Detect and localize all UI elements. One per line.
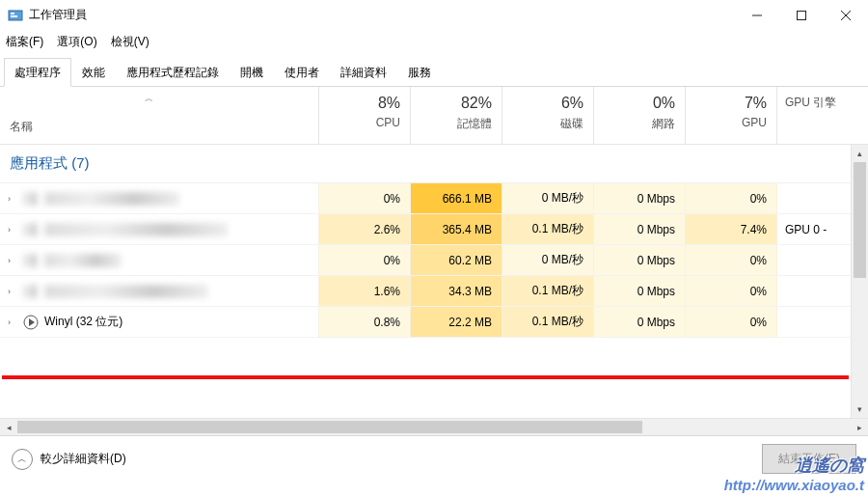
cell-gpu: 0% <box>685 276 776 306</box>
table-row[interactable]: ›2.6%365.4 MB0.1 MB/秒0 Mbps7.4%GPU 0 - <box>0 214 851 245</box>
menu-view[interactable]: 檢視(V) <box>111 34 149 50</box>
tab-1[interactable]: 效能 <box>71 58 116 87</box>
minimize-button[interactable] <box>735 0 779 31</box>
cell-mem: 34.3 MB <box>410 276 502 306</box>
group-apps: 應用程式 (7) <box>0 145 851 183</box>
cell-gpu-engine <box>776 245 851 275</box>
cell-disk: 0.1 MB/秒 <box>502 276 593 306</box>
highlight-underline <box>2 375 849 379</box>
expand-chevron-icon[interactable]: › <box>8 225 17 235</box>
expand-chevron-icon[interactable]: › <box>8 256 17 265</box>
tab-6[interactable]: 服務 <box>397 58 442 87</box>
cell-gpu-engine <box>776 183 851 213</box>
scroll-up-icon[interactable]: ▴ <box>852 145 868 162</box>
cell-disk: 0.1 MB/秒 <box>502 307 593 337</box>
scroll-thumb[interactable] <box>854 162 866 278</box>
svg-rect-1 <box>11 13 14 14</box>
window-controls <box>735 0 868 31</box>
cell-mem: 666.1 MB <box>410 183 502 213</box>
table-row[interactable]: ›Winyl (32 位元)0.8%22.2 MB0.1 MB/秒0 Mbps0… <box>0 307 851 338</box>
scroll-down-icon[interactable]: ▾ <box>852 400 868 418</box>
header-network[interactable]: 0%網路 <box>593 87 685 144</box>
expand-chevron-icon[interactable]: › <box>8 194 17 204</box>
column-headers: ︿ 名稱 8%CPU 82%記憶體 6%磁碟 0%網路 7%GPU GPU 引擎 <box>0 87 868 145</box>
header-gpu[interactable]: 7%GPU <box>685 87 776 144</box>
menubar: 檔案(F) 選項(O) 檢視(V) <box>0 31 868 52</box>
app-icon <box>23 192 39 206</box>
scroll-left-icon[interactable]: ◂ <box>0 423 17 432</box>
cell-cpu: 1.6% <box>318 276 410 306</box>
header-disk[interactable]: 6%磁碟 <box>502 87 593 144</box>
expand-chevron-icon[interactable]: › <box>8 318 17 327</box>
cell-gpu: 0% <box>685 307 776 337</box>
app-icon <box>8 8 23 23</box>
cell-net: 0 Mbps <box>593 214 685 244</box>
tab-2[interactable]: 應用程式歷程記錄 <box>116 58 230 87</box>
menu-options[interactable]: 選項(O) <box>57 34 96 50</box>
header-gpu-engine[interactable]: GPU 引擎 <box>776 87 868 144</box>
play-icon <box>23 315 39 330</box>
table-row[interactable]: ›0%666.1 MB0 MB/秒0 Mbps0% <box>0 183 851 214</box>
svg-rect-2 <box>11 15 17 17</box>
cell-gpu: 0% <box>685 245 776 275</box>
cell-net: 0 Mbps <box>593 276 685 306</box>
tab-0[interactable]: 處理程序 <box>4 58 71 87</box>
expand-chevron-icon[interactable]: › <box>8 287 17 296</box>
footer: ︿ 較少詳細資料(D) 結束工作(E) <box>0 435 868 482</box>
cell-mem: 60.2 MB <box>410 245 502 275</box>
header-memory[interactable]: 82%記憶體 <box>410 87 502 144</box>
tab-4[interactable]: 使用者 <box>274 58 330 87</box>
cell-gpu-engine <box>776 276 851 306</box>
cell-gpu-engine <box>776 307 851 337</box>
header-cpu[interactable]: 8%CPU <box>318 87 410 144</box>
menu-file[interactable]: 檔案(F) <box>6 34 43 50</box>
process-name-redacted <box>44 223 228 236</box>
header-name[interactable]: ︿ 名稱 <box>0 87 318 144</box>
cell-cpu: 2.6% <box>318 214 410 244</box>
horizontal-scrollbar[interactable]: ◂ ▸ <box>0 418 868 435</box>
close-button[interactable] <box>824 0 868 31</box>
cell-net: 0 Mbps <box>593 307 685 337</box>
tab-3[interactable]: 開機 <box>230 58 274 87</box>
process-name-redacted <box>44 254 122 267</box>
process-name: Winyl (32 位元) <box>44 314 122 330</box>
cell-net: 0 Mbps <box>593 245 685 275</box>
table-row[interactable]: ›0%60.2 MB0 MB/秒0 Mbps0% <box>0 245 851 276</box>
cell-gpu-engine: GPU 0 - <box>776 214 851 244</box>
titlebar: 工作管理員 <box>0 0 868 31</box>
hscroll-thumb[interactable] <box>17 421 642 433</box>
cell-net: 0 Mbps <box>593 183 685 213</box>
chevron-up-icon: ︿ <box>12 449 33 470</box>
cell-mem: 365.4 MB <box>410 214 502 244</box>
tabbar: 處理程序效能應用程式歷程記錄開機使用者詳細資料服務 <box>0 58 868 87</box>
window-title: 工作管理員 <box>29 7 735 23</box>
sort-arrow-icon: ︿ <box>145 93 153 105</box>
end-task-button[interactable]: 結束工作(E) <box>762 444 856 474</box>
process-list-area: 應用程式 (7) ›0%666.1 MB0 MB/秒0 Mbps0%›2.6%3… <box>0 145 868 418</box>
app-icon <box>23 254 39 267</box>
cell-cpu: 0% <box>318 245 410 275</box>
table-row[interactable]: ›1.6%34.3 MB0.1 MB/秒0 Mbps0% <box>0 276 851 307</box>
maximize-button[interactable] <box>779 0 824 31</box>
process-name-redacted <box>44 285 208 298</box>
cell-mem: 22.2 MB <box>410 307 502 337</box>
cell-gpu: 7.4% <box>685 214 776 244</box>
svg-rect-4 <box>798 11 806 19</box>
cell-gpu: 0% <box>685 183 776 213</box>
cell-disk: 0 MB/秒 <box>502 245 593 275</box>
fewer-details-toggle[interactable]: ︿ 較少詳細資料(D) <box>12 449 126 470</box>
app-icon <box>23 223 39 236</box>
tab-5[interactable]: 詳細資料 <box>330 58 397 87</box>
scroll-right-icon[interactable]: ▸ <box>851 423 868 432</box>
process-name-redacted <box>44 192 179 206</box>
vertical-scrollbar[interactable]: ▴ ▾ <box>851 145 868 418</box>
cell-cpu: 0% <box>318 183 410 213</box>
cell-disk: 0.1 MB/秒 <box>502 214 593 244</box>
cell-cpu: 0.8% <box>318 307 410 337</box>
cell-disk: 0 MB/秒 <box>502 183 593 213</box>
svg-marker-8 <box>29 318 35 326</box>
app-icon <box>23 285 39 298</box>
